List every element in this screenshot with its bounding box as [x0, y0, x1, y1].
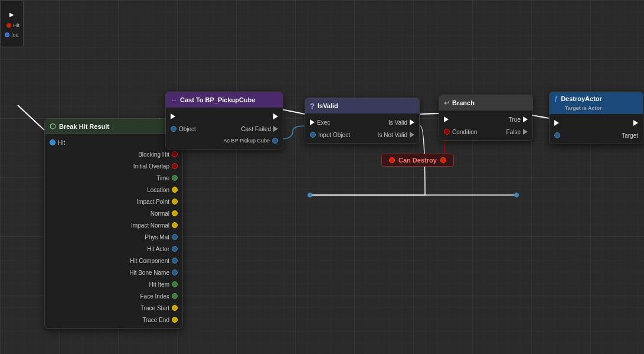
pin-hit-label: Hit: [58, 139, 65, 146]
break-hit-result-title: Break Hit Result: [59, 123, 109, 130]
is-not-valid-label: Is Not Valid: [378, 132, 407, 138]
branch-false-pin[interactable]: [523, 129, 528, 135]
branch-body: True Condition False: [439, 111, 532, 140]
pin-row-time: Time: [45, 172, 182, 184]
branch-true-label: True: [509, 116, 521, 123]
partial-left-node: ▶ Hit lue: [0, 0, 24, 47]
break-hit-result-body: Hit Blocking Hit Initial Overlap Time Lo…: [45, 134, 182, 328]
hit-actor-pin[interactable]: [172, 246, 178, 252]
location-label: Location: [50, 187, 169, 193]
branch-exec-in[interactable]: [444, 116, 449, 122]
time-pin[interactable]: [172, 175, 178, 181]
impact-point-label: Impact Point: [50, 199, 169, 205]
cast-icon: ↔: [171, 96, 177, 103]
phys-mat-pin[interactable]: [172, 234, 178, 240]
hit-bone-label: Hit Bone Name: [50, 269, 169, 276]
is-valid-node: ? IsValid Exec Is Valid Input Object Is …: [305, 98, 420, 144]
pin-row-hit-item: Hit Item: [45, 278, 182, 290]
target-label: Target: [622, 132, 638, 139]
is-valid-title: IsValid: [318, 102, 338, 109]
impact-normal-pin[interactable]: [172, 222, 178, 228]
pin-row-hit-component: Hit Component: [45, 255, 182, 267]
branch-true-pin[interactable]: [523, 116, 528, 122]
as-bp-pin[interactable]: [272, 138, 278, 144]
impact-point-pin[interactable]: [172, 199, 178, 204]
can-destroy-pin[interactable]: [389, 157, 395, 163]
cast-as-row: As BP Pickup Cube: [166, 135, 283, 147]
hit-item-pin[interactable]: [172, 281, 178, 287]
hit-item-label: Hit Item: [50, 281, 169, 288]
pin-row-impact-point: Impact Point: [45, 196, 182, 207]
pin-row-trace-end: Trace End: [45, 314, 182, 326]
branch-node: ↩ Branch True Condition False: [439, 95, 533, 141]
pin-row-phys-mat: Phys Mat: [45, 231, 182, 243]
initial-overlap-pin[interactable]: [172, 163, 178, 169]
is-valid-out-pin[interactable]: [410, 119, 414, 125]
destroy-exec-out[interactable]: [633, 120, 638, 126]
pin-row-normal: Normal: [45, 207, 182, 219]
pin-row-trace-start: Trace Start: [45, 302, 182, 314]
impact-normal-label: Impact Normal: [50, 222, 169, 229]
hit-bone-pin[interactable]: [172, 269, 178, 275]
destroy-actor-node: ƒ DestroyActor Target is Actor Target: [549, 92, 643, 144]
as-bp-label: As BP Pickup Cube: [224, 138, 270, 144]
normal-pin[interactable]: [172, 210, 178, 216]
target-pin[interactable]: [554, 132, 560, 138]
pin-row-location: Location: [45, 184, 182, 196]
can-destroy-label: Can Destroy: [398, 157, 437, 164]
is-valid-exec-in[interactable]: [310, 119, 315, 125]
hit-pin[interactable]: [50, 139, 55, 145]
destroy-body: Target: [550, 114, 643, 144]
branch-title: Branch: [452, 99, 475, 106]
is-valid-icon: ?: [310, 102, 315, 111]
hit-component-pin[interactable]: [172, 258, 178, 264]
initial-overlap-label: Initial Overlap: [50, 163, 169, 170]
pin-row-hit-bone: Hit Bone Name: [45, 267, 182, 278]
can-destroy-out-pin[interactable]: [440, 157, 446, 163]
trace-end-label: Trace End: [50, 317, 169, 323]
object-in-pin[interactable]: [171, 126, 176, 132]
cast-exec-in[interactable]: [171, 113, 175, 119]
is-not-valid-pin[interactable]: [410, 132, 414, 138]
condition-pin[interactable]: [444, 129, 450, 135]
trace-end-pin[interactable]: [172, 317, 178, 323]
blocking-hit-pin[interactable]: [172, 151, 178, 157]
hit-component-label: Hit Component: [50, 258, 169, 264]
is-valid-input-row: Input Object Is Not Valid: [305, 129, 419, 141]
is-valid-exec-row: Exec Is Valid: [305, 116, 419, 129]
cast-title: Cast To BP_PickupCube: [180, 96, 256, 103]
time-label: Time: [50, 175, 169, 181]
cast-failed-label: Cast Failed: [241, 126, 271, 132]
destroy-title: DestroyActor: [561, 95, 602, 102]
destroy-exec-row: [550, 116, 643, 129]
branch-condition-row: Condition False: [439, 126, 532, 138]
cast-failed-pin[interactable]: [273, 126, 278, 132]
face-index-pin[interactable]: [172, 293, 178, 299]
object-label: Object: [179, 126, 196, 132]
normal-label: Normal: [50, 210, 169, 217]
pin-row-blocking: Blocking Hit: [45, 148, 182, 160]
destroy-exec-in[interactable]: [554, 120, 559, 126]
trace-start-pin[interactable]: [172, 305, 178, 311]
cast-exec-out[interactable]: [273, 113, 278, 119]
destroy-subtitle: Target is Actor: [565, 105, 602, 111]
hit-actor-label: Hit Actor: [50, 246, 169, 252]
pin-row-initial-overlap: Initial Overlap: [45, 160, 182, 172]
destroy-target-row: Target: [550, 129, 643, 141]
branch-icon: ↩: [444, 99, 449, 107]
input-object-label: Input Object: [318, 132, 350, 138]
cast-to-bp-node: ↔ Cast To BP_PickupCube Object Cast Fail…: [165, 92, 283, 150]
pin-row-impact-normal: Impact Normal: [45, 219, 182, 231]
condition-label: Condition: [452, 129, 477, 135]
branch-exec-row: True: [439, 113, 532, 126]
is-valid-body: Exec Is Valid Input Object Is Not Valid: [305, 113, 419, 143]
break-hit-result-node: ⬡ Break Hit Result Hit Blocking Hit Init…: [44, 118, 183, 329]
input-object-pin[interactable]: [310, 132, 316, 138]
location-pin[interactable]: [172, 187, 178, 193]
branch-false-label: False: [506, 129, 521, 135]
pin-row-hit-actor: Hit Actor: [45, 243, 182, 255]
face-index-label: Face Index: [50, 293, 169, 300]
cast-exec-row: [166, 110, 283, 123]
break-hit-result-icon: ⬡: [50, 122, 55, 131]
cast-object-row: Object Cast Failed: [166, 123, 283, 135]
